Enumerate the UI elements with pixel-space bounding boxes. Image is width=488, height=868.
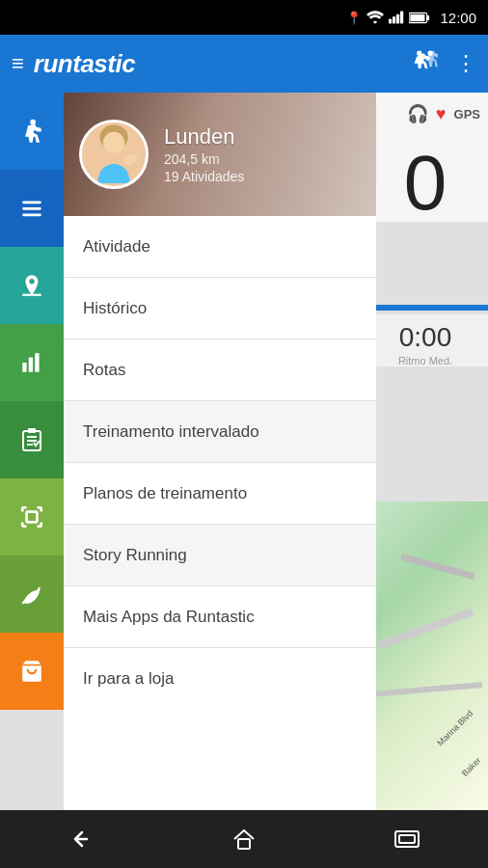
rail-item-story-running[interactable]: [0, 478, 64, 556]
menu-item-historico[interactable]: Histórico: [64, 278, 376, 339]
svg-rect-22: [27, 512, 38, 523]
recents-button[interactable]: [378, 820, 436, 858]
app-bar: ≡ runtastic ⋮: [0, 35, 488, 93]
svg-rect-1: [393, 16, 395, 23]
recents-icon: [393, 827, 420, 851]
wifi-icon: [366, 11, 384, 24]
rail-item-rotas[interactable]: [0, 247, 64, 324]
menu-item-mais-apps[interactable]: Mais Apps da Runtastic: [64, 586, 376, 648]
profile-activities: 19 Atividades: [164, 169, 244, 184]
svg-point-9: [30, 120, 36, 125]
location-icon: 📍: [346, 11, 362, 25]
leaf-icon: [19, 582, 44, 607]
back-button[interactable]: [52, 820, 110, 858]
menu-item-treinamento[interactable]: Treinamento intervalado: [64, 401, 376, 463]
signal-icon: [389, 11, 404, 24]
profile-name: Lunden: [164, 124, 244, 149]
timer-label: Ritmo Med.: [398, 355, 452, 366]
gps-label: GPS: [454, 107, 480, 122]
home-button[interactable]: [215, 820, 273, 858]
main-content: 🎧 ♥ GPS 0 0:00 Ritmo Med. Marina Blvd Ba…: [0, 93, 488, 810]
svg-rect-12: [22, 213, 41, 216]
menu-item-rotas[interactable]: Rotas: [64, 339, 376, 401]
svg-rect-30: [399, 835, 415, 843]
clipboard-icon: [20, 427, 43, 452]
menu-item-loja[interactable]: Ir para a loja: [64, 648, 376, 710]
run-activity-icon[interactable]: [411, 49, 438, 78]
app-logo: runtastic: [34, 49, 411, 79]
svg-rect-5: [411, 14, 425, 21]
svg-rect-6: [427, 14, 430, 19]
more-options-icon[interactable]: ⋮: [455, 51, 476, 76]
svg-point-26: [103, 132, 124, 153]
bottom-nav: [0, 810, 488, 868]
svg-rect-0: [389, 19, 392, 24]
home-icon: [230, 826, 258, 853]
hamburger-icon[interactable]: ≡: [12, 51, 24, 76]
profile-info: Lunden 204,5 km 19 Atividades: [164, 124, 244, 184]
map-street-label-baker: Baker: [460, 755, 483, 778]
scan-icon: [19, 504, 44, 529]
svg-rect-2: [396, 14, 399, 24]
map-street-label-marina: Marina Blvd: [436, 709, 475, 748]
svg-rect-28: [238, 839, 250, 849]
status-time: 12:00: [440, 10, 476, 26]
status-icons: 📍: [346, 11, 430, 25]
list-icon: [19, 196, 44, 221]
svg-rect-11: [22, 207, 41, 210]
svg-rect-3: [400, 12, 403, 24]
rail-item-historico[interactable]: [0, 170, 64, 247]
user-avatar: [79, 120, 149, 189]
svg-rect-10: [22, 201, 41, 203]
route-icon: [19, 273, 44, 298]
menu-item-atividade[interactable]: Atividade: [64, 216, 376, 278]
rail-item-treinamento[interactable]: [0, 324, 64, 401]
map-area: Marina Blvd Baker: [363, 502, 488, 810]
profile-header: Lunden 204,5 km 19 Atividades: [64, 93, 376, 216]
heart-icon: ♥: [436, 104, 447, 124]
run-icon: [18, 118, 45, 145]
app-bar-actions: ⋮: [411, 49, 476, 78]
icon-rail: [0, 93, 64, 810]
menu-item-planos[interactable]: Planos de treinamento: [64, 463, 376, 525]
menu-panel: Lunden 204,5 km 19 Atividades Atividade …: [64, 93, 376, 810]
svg-rect-18: [28, 428, 36, 433]
rail-item-planos[interactable]: [0, 401, 64, 478]
rail-item-mais-apps[interactable]: [0, 556, 64, 633]
rail-item-loja[interactable]: [0, 633, 64, 710]
profile-distance: 204,5 km: [164, 151, 244, 167]
chart-icon: [19, 350, 44, 375]
cart-icon: [19, 659, 44, 684]
menu-item-story-running[interactable]: Story Running: [64, 525, 376, 586]
back-icon: [68, 827, 95, 851]
headphone-icon: 🎧: [407, 103, 428, 124]
blue-separator: [363, 305, 488, 311]
sidebar-overlay: Lunden 204,5 km 19 Atividades Atividade …: [0, 93, 376, 810]
menu-items-list: Atividade Histórico Rotas Treinamento in…: [64, 216, 376, 810]
svg-rect-15: [29, 358, 33, 372]
rail-item-atividade[interactable]: [0, 93, 64, 170]
svg-rect-16: [35, 353, 39, 372]
status-bar: 📍 12:00: [0, 0, 488, 35]
timer-small: 0:00: [399, 322, 452, 353]
timer-large-digits: 0: [404, 145, 447, 222]
battery-icon: [409, 12, 430, 24]
svg-rect-14: [22, 363, 26, 372]
